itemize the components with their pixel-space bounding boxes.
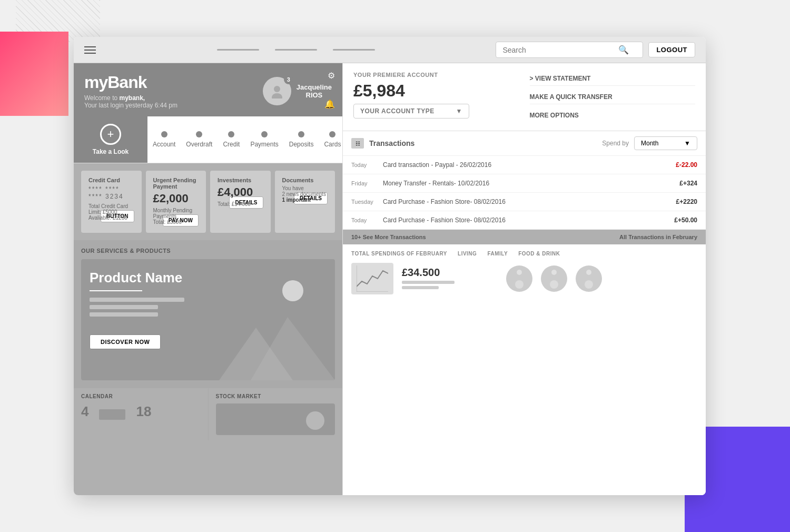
urgent-payment-title: Urgent Pending Payment — [153, 177, 199, 190]
transaction-row-3: Today Card Purchase - Fashion Store- 08/… — [343, 211, 706, 230]
discover-button[interactable]: DISCOVER NOW — [90, 334, 161, 349]
documents-line2: 2 news documents — [282, 191, 328, 197]
tab-credit-label: Credit — [223, 141, 240, 148]
see-more-link[interactable]: 10+ See More Transactions — [351, 234, 426, 240]
logout-button[interactable]: LOGOUT — [648, 42, 695, 57]
tab-cards-dot — [329, 131, 335, 137]
month-chevron-icon: ▼ — [684, 140, 690, 147]
calendar-num2: 18 — [136, 403, 151, 420]
trans-desc-3: Card Purchase - Fashion Store- 08/02/201… — [383, 216, 669, 224]
nav-tabs: + Take a Look Account Overdraft Credit — [74, 116, 342, 163]
trans-day-1: Friday — [351, 180, 378, 186]
services-section: OUR SERVICES & PRODUCTS Product Name DIS… — [74, 240, 342, 388]
bank-logo: myBank — [84, 73, 177, 92]
stock-circle-decoration — [306, 411, 324, 430]
trans-day-2: Tuesday — [351, 199, 378, 205]
category-family: FAMILY — [487, 251, 508, 257]
gear-icon[interactable]: ⚙ — [328, 71, 335, 81]
browser-tab-1 — [217, 49, 259, 51]
trans-desc-1: Money Transfer - Rentals- 10/02/2016 — [383, 180, 674, 187]
tab-deposits[interactable]: Deposits — [284, 116, 319, 163]
product-desc-line1 — [90, 298, 184, 302]
account-info: YOUR PREMIERE ACCOUNT £5,984 YOUR ACCOUN… — [343, 63, 706, 131]
account-type-label: YOUR ACCOUNT TYPE — [360, 107, 434, 115]
tab-overdraft[interactable]: Overdraft — [181, 116, 218, 163]
bell-icon[interactable]: 🔔 — [324, 99, 335, 109]
services-title: OUR SERVICES & PRODUCTS — [81, 248, 335, 254]
calendar-bar — [99, 409, 125, 420]
stock-title: STOCK MARKET — [216, 393, 335, 399]
category-item-food — [576, 265, 602, 292]
credit-card-title: Credit Card — [88, 177, 134, 183]
browser-search-area: 🔍 LOGOUT — [496, 42, 695, 58]
bank-welcome: Welcome to mybank, Your last login yeste… — [84, 94, 177, 109]
right-panel: YOUR PREMIERE ACCOUNT £5,984 YOUR ACCOUN… — [342, 63, 706, 495]
app-content: myBank Welcome to mybank, Your last logi… — [74, 63, 706, 495]
transaction-row-0: Today Card transaction - Paypal - 26/02/… — [343, 156, 706, 174]
svg-point-0 — [274, 86, 280, 92]
browser-tab-2 — [275, 49, 317, 51]
see-more-row: 10+ See More Transactions All Transactio… — [343, 230, 706, 244]
tab-credit-dot — [228, 131, 234, 137]
mountain-decoration — [219, 301, 335, 380]
spending-bar-1 — [402, 281, 455, 284]
tab-account[interactable]: Account — [147, 116, 181, 163]
category-item-family — [541, 265, 567, 292]
tab-cards-label: Cards — [324, 141, 341, 148]
trans-amount-2: £+2220 — [676, 198, 697, 205]
quick-transfer-link[interactable]: MAKE A QUICK TRANSFER — [530, 90, 696, 104]
month-dropdown[interactable]: Month ▼ — [634, 136, 697, 150]
view-statement-link[interactable]: > VIEW STATEMENT — [530, 72, 696, 86]
spending-chart — [351, 263, 393, 294]
tab-credit[interactable]: Credit — [218, 116, 245, 163]
account-type-dropdown[interactable]: YOUR ACCOUNT TYPE ▼ — [353, 104, 469, 119]
urgent-payment-widget: Urgent Pending Payment £2,000 Monthly Pe… — [146, 171, 206, 233]
trans-desc-2: Card Purchase - Fashion Store- 08/02/201… — [383, 198, 671, 205]
search-input[interactable] — [502, 46, 618, 54]
search-box[interactable]: 🔍 — [496, 42, 643, 58]
category-item-living — [506, 265, 532, 292]
transactions-title: Transactions — [369, 139, 597, 147]
product-card: Product Name DISCOVER NOW — [81, 259, 335, 380]
browser-tab-3 — [333, 49, 375, 51]
spendings-body: £34.500 — [351, 263, 697, 294]
user-profile: 3 Jacqueline RIOS — [263, 77, 332, 105]
category-circle-living — [506, 265, 532, 292]
transactions-icon: ☷ — [351, 138, 364, 149]
all-transactions-link[interactable]: All Transactions in February — [619, 234, 697, 240]
svg-point-1 — [272, 93, 282, 98]
trans-day-0: Today — [351, 162, 378, 168]
browser-chrome: 🔍 LOGOUT — [74, 37, 706, 63]
tab-take-look[interactable]: + Take a Look — [74, 116, 147, 163]
tab-payments-label: Payments — [250, 141, 278, 148]
cards-section: Credit Card **** **** **** 3234 Total Cr… — [74, 163, 342, 240]
account-main: YOUR PREMIERE ACCOUNT £5,984 YOUR ACCOUN… — [353, 72, 519, 122]
hamburger-icon[interactable] — [84, 46, 96, 54]
trans-amount-3: £+50.00 — [674, 216, 697, 224]
browser-window: 🔍 LOGOUT myBank Welcome to mybank, Your … — [74, 37, 706, 495]
sun-decoration — [282, 280, 303, 301]
account-balance: £5,984 — [353, 81, 519, 101]
tab-overdraft-label: Overdraft — [186, 141, 212, 148]
credit-card-widget: Credit Card **** **** **** 3234 Total Cr… — [81, 171, 142, 233]
tab-payments[interactable]: Payments — [245, 116, 283, 163]
spendings-section: TOTAL SPENDINGS OF FEBRUARY LIVING FAMIL… — [343, 244, 706, 301]
tab-payments-dot — [261, 131, 268, 137]
trans-amount-1: £+324 — [679, 180, 697, 187]
search-icon: 🔍 — [618, 45, 629, 55]
urgent-payment-amount: £2,000 — [153, 192, 199, 205]
transactions-header: ☷ Transactions Spend by Month ▼ — [343, 131, 706, 156]
investments-widget: Investments £4,000 Total: £14.000 DETAIL… — [210, 171, 271, 233]
spending-main-value: £34.500 — [402, 267, 498, 279]
bottom-widgets: CALENDAR 4 18 STOCK MARKET — [74, 388, 342, 440]
more-options-link[interactable]: MORE OPTIONS — [530, 109, 696, 122]
calendar-num1: 4 — [81, 403, 88, 420]
plus-circle-icon: + — [100, 124, 121, 145]
credit-card-available: Avaliable: £1250 — [88, 215, 134, 221]
trans-desc-0: Card transaction - Paypal - 26/02/2016 — [383, 161, 670, 169]
bank-header: myBank Welcome to mybank, Your last logi… — [74, 63, 342, 116]
account-actions: > VIEW STATEMENT MAKE A QUICK TRANSFER M… — [530, 72, 696, 122]
documents-line1: You have — [282, 185, 328, 191]
spending-bar-2 — [402, 286, 439, 289]
transaction-row-2: Tuesday Card Purchase - Fashion Store- 0… — [343, 193, 706, 211]
